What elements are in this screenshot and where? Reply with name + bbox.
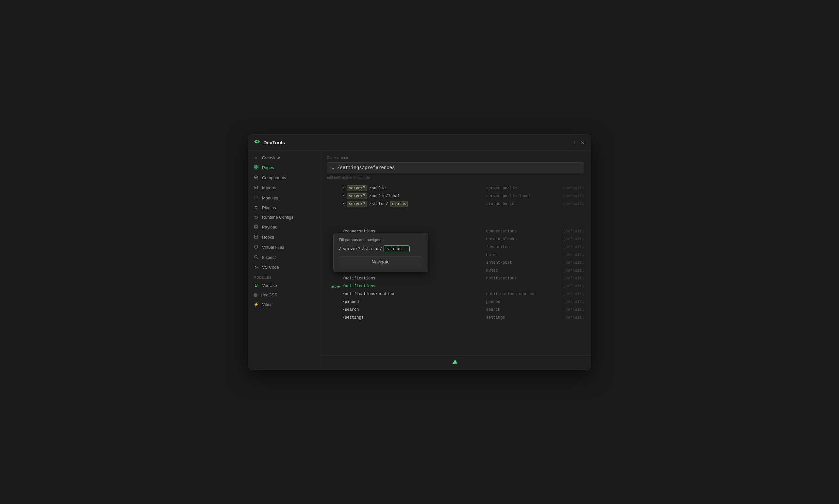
sidebar-item-pages[interactable]: Pages [248, 163, 320, 173]
sidebar-item-modules[interactable]: Modules [248, 193, 320, 203]
title-bar: DevTools ☽ ✕ [248, 135, 591, 150]
sidebar-item-virtual-files[interactable]: Virtual Files [248, 242, 320, 252]
route-default-cell: (default) [558, 229, 584, 234]
route-path-cell: / server? /public/local [343, 194, 486, 198]
route-default-cell: (default) [558, 292, 584, 296]
edit-hint: Edit path above to navigate [327, 175, 584, 179]
route-path-cell: / server? /status/ status [343, 202, 486, 206]
sidebar-item-imports-label: Imports [262, 185, 276, 190]
svg-rect-1 [257, 165, 258, 167]
sidebar-item-plugins[interactable]: ⚲ Plugins [248, 203, 320, 213]
sidebar-item-payload[interactable]: Payload [248, 222, 320, 232]
table-row[interactable]: /settings settings (default) [321, 314, 589, 322]
route-name-cell: domain_blocks [486, 237, 558, 241]
route-default-cell: (default) [558, 186, 584, 191]
route-name-cell: notifications [486, 276, 558, 281]
inspect-icon [254, 255, 259, 260]
sidebar-module-vueuse[interactable]: U VueUse [248, 281, 320, 290]
route-default-cell: (default) [558, 253, 584, 257]
route-name-cell: intent-post [486, 260, 558, 265]
sidebar-item-vscode[interactable]: ⊳ VS Code [248, 263, 320, 272]
svg-rect-0 [254, 165, 256, 167]
route-default-cell: (default) [558, 245, 584, 249]
active-badge: active [327, 285, 340, 288]
svg-rect-2 [254, 167, 256, 169]
logo-icon [254, 139, 261, 146]
sidebar-item-payload-label: Payload [262, 224, 277, 230]
route-default-cell: (default) [558, 276, 584, 281]
sidebar-module-unocss[interactable]: UnoCSS [248, 290, 320, 300]
sidebar-item-components[interactable]: Components [248, 173, 320, 183]
route-name-cell: favourites [486, 245, 558, 249]
route-path-value[interactable]: /settings/preferences [337, 165, 580, 170]
plugins-icon: ⚲ [254, 205, 259, 210]
table-row[interactable]: /notifications/mention notifications-men… [321, 290, 589, 298]
table-row[interactable]: / server? /public server-public (default… [321, 184, 589, 192]
tooltip-segment1: server? [343, 247, 361, 251]
table-row[interactable]: /search search (default) [321, 306, 589, 314]
route-default-cell: (default) [558, 237, 584, 241]
route-path-cell: /search [343, 307, 486, 312]
nuxt-logo-icon [451, 358, 460, 366]
routes-table: / server? /public server-public (default… [320, 184, 591, 356]
svg-rect-3 [257, 167, 258, 169]
route-default-cell: (default) [558, 307, 584, 312]
table-row[interactable]: / server? /status/ status status-by-id (… [321, 200, 589, 208]
sidebar-item-modules-label: Modules [262, 196, 278, 200]
table-row[interactable]: /notifications notifications (default) [321, 274, 589, 282]
sidebar-module-vueuse-label: VueUse [262, 283, 277, 288]
sidebar-item-runtime-configs[interactable]: ⚙ Runtime Configs [248, 213, 320, 222]
route-arrow-icon: ↳ [331, 165, 335, 170]
svg-line-14 [257, 257, 258, 259]
close-button[interactable]: ✕ [580, 139, 585, 146]
route-name-cell: server-public [486, 186, 558, 191]
route-input-bar[interactable]: ↳ /settings/preferences [327, 162, 584, 173]
table-row-active[interactable]: active /notifications (default) [321, 282, 589, 290]
sidebar-module-vitest[interactable]: ⚡ Vitest [248, 300, 320, 309]
svg-point-12 [255, 245, 258, 248]
unocss-dot-icon [254, 293, 258, 297]
hooks-icon [254, 234, 259, 240]
sidebar-item-imports[interactable]: Imports [248, 183, 320, 193]
route-default-cell: (default) [558, 315, 584, 320]
route-default-cell: (default) [558, 268, 584, 273]
sidebar-item-pages-label: Pages [262, 165, 274, 170]
tooltip-path-row: / server? /status/ [339, 246, 422, 252]
bottom-logo [320, 356, 591, 369]
route-path-cell: /notifications [343, 276, 486, 281]
route-path-cell: /settings [343, 315, 486, 320]
navigate-tooltip: Fill params and navigate: / server? /sta… [333, 233, 428, 272]
sidebar-item-hooks[interactable]: Hooks [248, 232, 320, 242]
vscode-icon: ⊳ [254, 265, 259, 270]
tooltip-param-input[interactable] [384, 246, 410, 252]
route-name-cell: settings [486, 315, 558, 320]
route-default-cell: (default) [558, 300, 584, 304]
content-header: Current route ↳ /settings/preferences Ed… [320, 150, 591, 184]
route-name-cell: mutes [486, 268, 558, 273]
sidebar-item-overview-label: Overview [262, 156, 280, 160]
sidebar-module-vitest-label: Vitest [262, 302, 273, 307]
app-logo: DevTools [254, 139, 285, 146]
route-path-cell: /notifications/mention [343, 292, 486, 296]
tooltip-title: Fill params and navigate: [339, 238, 422, 242]
navigate-button[interactable]: Navigate [339, 256, 422, 267]
route-name-cell: status-by-id [486, 202, 558, 206]
tooltip-segment2: /status/ [362, 247, 382, 251]
sidebar-item-inspect[interactable]: Inspect [248, 252, 320, 263]
route-default-cell: (default) [558, 194, 584, 198]
current-route-label: Current route [327, 156, 584, 160]
tooltip-slash: / [339, 247, 342, 251]
route-path-cell: /pinned [343, 300, 486, 304]
table-row[interactable]: / server? /public/local server-public-lo… [321, 192, 589, 200]
modules-section-label: MODULES [248, 272, 320, 281]
svg-point-5 [256, 177, 257, 178]
table-row[interactable]: /pinned pinned (default) [321, 298, 589, 306]
route-default-cell: (default) [558, 202, 584, 206]
payload-icon [254, 224, 259, 230]
vueuse-icon: U [254, 283, 259, 288]
theme-toggle-button[interactable]: ☽ [571, 139, 576, 146]
svg-point-4 [255, 176, 258, 179]
sidebar-item-hooks-label: Hooks [262, 235, 274, 239]
sidebar-item-overview[interactable]: ○ Overview [248, 153, 320, 163]
sidebar: ○ Overview Pages [248, 150, 320, 369]
